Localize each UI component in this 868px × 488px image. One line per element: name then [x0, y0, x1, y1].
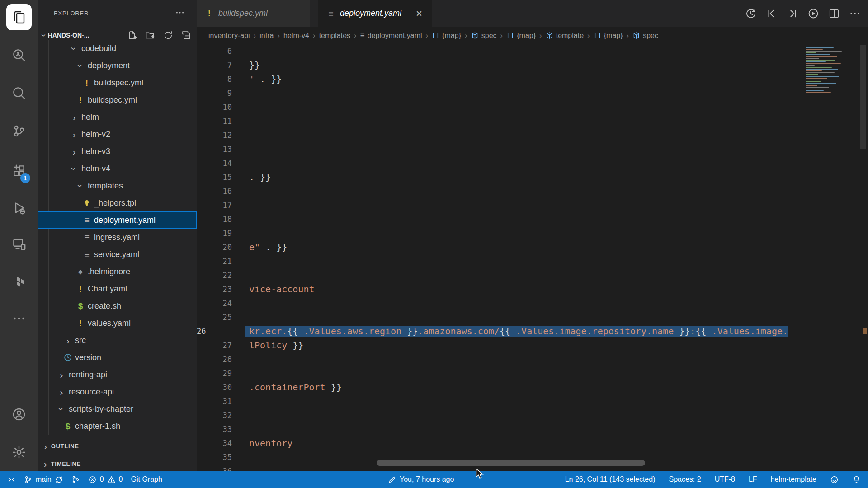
code-line-21[interactable]: 21 — [197, 254, 809, 268]
breadcrumb-deployment.yaml[interactable]: ≡deployment.yaml — [360, 32, 422, 40]
tree-item-chapter-1.sh[interactable]: $chapter-1.sh — [38, 418, 197, 435]
code-line-27[interactable]: 27lPolicy }} — [197, 338, 809, 352]
code-line-33[interactable]: 33 — [197, 422, 809, 436]
breadcrumb-templates[interactable]: templates — [319, 32, 350, 40]
breadcrumb-{map}[interactable]: {map} — [594, 32, 623, 40]
status-cursor-position[interactable]: Ln 26, Col 11 (143 selected) — [565, 475, 656, 483]
tree-item-deployment[interactable]: ›deployment — [38, 57, 197, 74]
status-remote-indicator[interactable] — [7, 475, 16, 484]
tab-deployment.yaml[interactable]: ≡deployment.yaml× — [318, 0, 432, 27]
status-git-graph[interactable]: Git Graph — [131, 475, 162, 483]
refresh-icon[interactable] — [163, 30, 173, 40]
status-encoding[interactable]: UTF-8 — [715, 475, 735, 483]
code-line-14[interactable]: 14 — [197, 156, 809, 170]
code-line-6[interactable]: 6 — [197, 44, 809, 58]
split-editor-icon[interactable] — [828, 8, 840, 19]
code-line-29[interactable]: 29 — [197, 366, 809, 380]
terraform-icon[interactable] — [8, 270, 30, 293]
horizontal-scrollbar[interactable] — [377, 460, 645, 466]
tree-item-buildspec.yml[interactable]: !buildspec.yml — [38, 91, 197, 108]
tree-item-.helmignore[interactable]: ◆.helmignore — [38, 263, 197, 280]
code-line-13[interactable]: 13 — [197, 142, 809, 156]
tree-item-helm[interactable]: ›helm — [38, 108, 197, 126]
code-line-25[interactable]: 25 — [197, 310, 809, 324]
status-git-branch[interactable]: main — [24, 475, 63, 484]
tree-item-buildspec.yml[interactable]: !buildspec.yml — [38, 74, 197, 91]
status-language-mode[interactable]: helm-template — [771, 475, 816, 483]
tree-item-templates[interactable]: ›templates — [38, 177, 197, 194]
nav-back-icon[interactable] — [766, 8, 778, 19]
code-editor[interactable]: 67}}8' . }}9101112131415. }}1617181920e"… — [197, 44, 809, 471]
account-icon[interactable] — [8, 403, 30, 426]
history-icon[interactable] — [745, 8, 757, 19]
breadcrumb-infra[interactable]: infra — [259, 32, 274, 40]
breadcrumb-helm-v4[interactable]: helm-v4 — [283, 32, 309, 40]
tree-item-version[interactable]: version — [38, 349, 197, 366]
status-eol[interactable]: LF — [749, 475, 757, 483]
status-indentation[interactable]: Spaces: 2 — [669, 475, 701, 483]
tree-item-resource-api[interactable]: ›resource-api — [38, 383, 197, 400]
tree-item-values.yaml[interactable]: !values.yaml — [38, 314, 197, 332]
collapse-all-icon[interactable] — [181, 30, 191, 40]
code-line-9[interactable]: 9 — [197, 86, 809, 100]
run-icon[interactable] — [807, 8, 819, 19]
tab-buildspec.yml[interactable]: !buildspec.yml — [197, 0, 310, 27]
more-icon[interactable] — [8, 307, 30, 330]
new-folder-icon[interactable] — [145, 30, 155, 40]
status-scm-annotation[interactable]: You, 7 hours ago — [388, 475, 454, 484]
settings-icon[interactable] — [8, 441, 30, 464]
search-icon[interactable] — [8, 82, 30, 105]
tree-item-helm-v3[interactable]: ›helm-v3 — [38, 143, 197, 160]
timeline-section[interactable]: › TIMELINE — [38, 455, 197, 471]
breadcrumb-inventory-api[interactable]: inventory-api — [208, 32, 250, 40]
run-debug-icon[interactable] — [8, 197, 30, 219]
vertical-scrollbar[interactable] — [860, 45, 866, 149]
code-line-11[interactable]: 11 — [197, 114, 809, 128]
code-line-20[interactable]: 20e" . }} — [197, 240, 809, 254]
nav-forward-icon[interactable] — [787, 8, 798, 19]
tree-item-renting-api[interactable]: ›renting-api — [38, 366, 197, 383]
breadcrumb-template[interactable]: template — [546, 32, 584, 40]
tree-item-helm-v2[interactable]: ›helm-v2 — [38, 126, 197, 143]
tree-item-scripts-by-chapter[interactable]: ›scripts-by-chapter — [38, 400, 197, 418]
explorer-icon[interactable] — [6, 4, 32, 30]
code-line-22[interactable]: 22 — [197, 268, 809, 282]
code-line-15[interactable]: 15. }} — [197, 170, 809, 184]
tree-item-_helpers.tpl[interactable]: _helpers.tpl — [38, 194, 197, 211]
search-accessibility-icon[interactable] — [8, 44, 30, 67]
status-problems[interactable]: 00 — [88, 475, 123, 484]
close-icon[interactable]: × — [416, 8, 422, 19]
outline-section[interactable]: › OUTLINE — [38, 437, 197, 455]
explorer-more-icon[interactable] — [175, 8, 185, 19]
minimap[interactable] — [806, 47, 856, 94]
remote-icon[interactable] — [8, 233, 30, 255]
new-file-icon[interactable] — [127, 30, 137, 40]
breadcrumb-spec[interactable]: spec — [632, 32, 658, 40]
code-line-32[interactable]: 32 — [197, 408, 809, 422]
code-line-10[interactable]: 10 — [197, 100, 809, 114]
tree-item-ingress.yaml[interactable]: ≡ingress.yaml — [38, 229, 197, 246]
tree-item-codebuild[interactable]: ›codebuild — [38, 40, 197, 57]
tree-item-src[interactable]: ›src — [38, 332, 197, 349]
code-line-23[interactable]: 23vice-account — [197, 282, 809, 296]
code-line-8[interactable]: 8' . }} — [197, 72, 809, 86]
extensions-icon[interactable]: 1 — [8, 160, 30, 182]
code-line-30[interactable]: 30.containerPort }} — [197, 380, 809, 394]
code-line-26[interactable]: 26kr.ecr.{{ .Values.aws.region }}.amazon… — [197, 324, 809, 338]
code-line-18[interactable]: 18 — [197, 212, 809, 226]
code-line-34[interactable]: 34nventory — [197, 436, 809, 450]
breadcrumb-spec[interactable]: spec — [471, 32, 497, 40]
more-icon[interactable] — [849, 8, 861, 19]
tree-item-Chart.yaml[interactable]: !Chart.yaml — [38, 280, 197, 297]
code-line-12[interactable]: 12 — [197, 128, 809, 142]
code-line-16[interactable]: 16 — [197, 184, 809, 198]
status-git-graph-icon[interactable] — [71, 475, 80, 484]
breadcrumb-{map}[interactable]: {map} — [432, 32, 461, 40]
tree-item-helm-v4[interactable]: ›helm-v4 — [38, 160, 197, 177]
tree-item-create.sh[interactable]: $create.sh — [38, 297, 197, 314]
code-line-17[interactable]: 17 — [197, 198, 809, 212]
tree-item-service.yaml[interactable]: ≡service.yaml — [38, 246, 197, 263]
code-line-7[interactable]: 7}} — [197, 58, 809, 72]
status-notifications[interactable] — [852, 475, 861, 484]
status-feedback[interactable] — [830, 475, 839, 484]
